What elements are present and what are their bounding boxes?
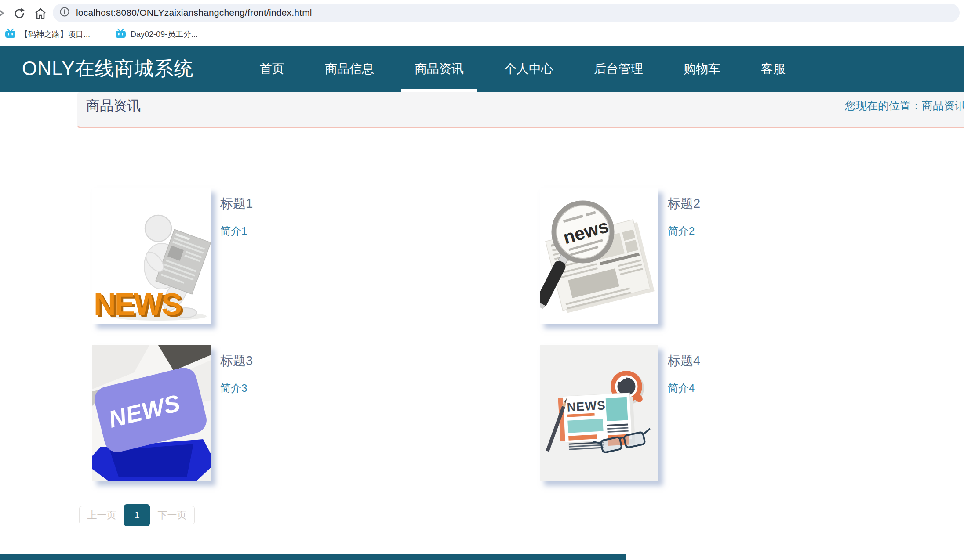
svg-text:NEWS: NEWS <box>94 287 181 322</box>
breadcrumb-label: 您现在的位置： <box>845 99 922 112</box>
news-image-flat-newspaper[interactable]: NEWS <box>540 345 658 481</box>
nav-item-admin[interactable]: 后台管理 <box>594 46 643 92</box>
site-brand[interactable]: ONLY在线商城系统 <box>22 56 194 82</box>
news-card: news 标题2 简介2 <box>540 188 700 324</box>
news-brief[interactable]: 简介1 <box>220 224 253 238</box>
news-title[interactable]: 标题4 <box>668 352 700 370</box>
breadcrumb: 您现在的位置：商品资讯 <box>845 98 964 113</box>
forward-arrow-icon[interactable] <box>0 7 5 21</box>
news-brief[interactable]: 简介2 <box>668 224 700 238</box>
news-image-magnifier[interactable]: news <box>540 188 658 324</box>
site-header: ONLY在线商城系统 首页 商品信息 商品资讯 个人中心 后台管理 购物车 客服 <box>0 46 964 92</box>
news-card-text: 标题3 简介3 <box>220 345 253 481</box>
news-card-text: 标题1 简介1 <box>220 188 253 324</box>
news-image-purple-key[interactable]: NEWS <box>92 345 211 481</box>
bookmarks-bar: 【码神之路】项目... Day02-09-员工分... <box>4 27 198 41</box>
page-title: 商品资讯 <box>86 97 141 115</box>
home-icon[interactable] <box>33 6 48 22</box>
news-title[interactable]: 标题2 <box>668 195 700 213</box>
main-nav: 首页 商品信息 商品资讯 个人中心 后台管理 购物车 客服 <box>260 46 786 92</box>
nav-item-personal-center[interactable]: 个人中心 <box>504 46 553 92</box>
news-card: NEWS NEWS 标题1 简介1 <box>92 188 253 324</box>
address-bar[interactable]: localhost:8080/ONLYzaixianshangcheng/fro… <box>53 4 960 22</box>
nav-item-home[interactable]: 首页 <box>260 46 284 92</box>
nav-item-service[interactable]: 客服 <box>761 46 786 92</box>
current-page-button[interactable]: 1 <box>124 504 150 526</box>
bilibili-icon <box>4 28 16 40</box>
news-title[interactable]: 标题1 <box>220 195 253 213</box>
breadcrumb-current[interactable]: 商品资讯 <box>922 99 964 112</box>
url-text[interactable]: localhost:8080/ONLYzaixianshangcheng/fro… <box>76 7 312 18</box>
bilibili-icon <box>115 28 127 40</box>
news-brief[interactable]: 简介3 <box>220 381 253 395</box>
news-card: NEWS <box>540 345 700 481</box>
next-page-button[interactable]: 下一页 <box>149 506 195 524</box>
bookmark-label[interactable]: Day02-09-员工分... <box>131 29 198 40</box>
reload-icon[interactable] <box>11 6 27 22</box>
browser-toolbar: localhost:8080/ONLYzaixianshangcheng/fro… <box>0 0 964 42</box>
news-image-figure-reading[interactable]: NEWS NEWS <box>92 188 211 324</box>
bookmark-item[interactable]: Day02-09-员工分... <box>115 28 198 40</box>
news-title[interactable]: 标题3 <box>220 352 253 370</box>
nav-item-goods-info[interactable]: 商品信息 <box>325 46 374 92</box>
pagination: 上一页 1 下一页 <box>79 506 195 524</box>
prev-page-button[interactable]: 上一页 <box>79 506 124 524</box>
nav-item-cart[interactable]: 购物车 <box>684 46 720 92</box>
bookmark-item[interactable]: 【码神之路】项目... <box>4 28 90 40</box>
bookmark-label[interactable]: 【码神之路】项目... <box>20 29 90 40</box>
news-card: NEWS 标题3 简介3 <box>92 345 253 481</box>
svg-text:NEWS: NEWS <box>567 398 606 414</box>
horizontal-scrollbar-thumb[interactable] <box>0 554 626 560</box>
news-card-text: 标题4 简介4 <box>668 345 700 481</box>
info-icon[interactable] <box>59 6 70 19</box>
browser-window: localhost:8080/ONLYzaixianshangcheng/fro… <box>0 0 964 560</box>
news-brief[interactable]: 简介4 <box>668 381 700 395</box>
nav-item-goods-news[interactable]: 商品资讯 <box>415 46 464 92</box>
news-card-text: 标题2 简介2 <box>668 188 700 324</box>
breadcrumb-panel: 商品资讯 您现在的位置：商品资讯 <box>77 92 964 128</box>
